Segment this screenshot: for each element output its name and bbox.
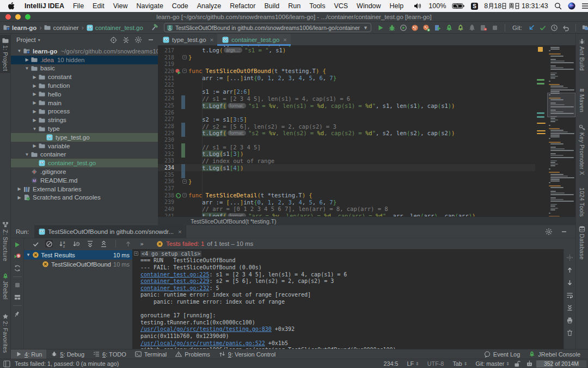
project-tree-item-function[interactable]: ▶function xyxy=(11,81,158,90)
run-fail-icon[interactable] xyxy=(175,68,181,75)
project-tree-item-Scratches-and-Consoles[interactable]: ▶Scratches and Consoles xyxy=(11,194,158,202)
scroll-end-button[interactable] xyxy=(566,304,574,311)
project-tree-item-README-md[interactable]: MREADME.md xyxy=(11,176,158,185)
profiler-alloc-button[interactable] xyxy=(422,24,430,32)
tree-expanded-arrow-icon[interactable]: ▼ xyxy=(25,252,32,257)
fold-marker-icon[interactable]: − xyxy=(182,69,187,73)
project-tree-item-main[interactable]: ▶main xyxy=(11,99,158,107)
code-line-233[interactable]: 233 // index out of range xyxy=(158,158,535,165)
code-line-221[interactable]: 221 arr := [...]int{0, 1, 2, 3, 4, 5, 6,… xyxy=(158,75,535,82)
code-line-237[interactable]: 237 xyxy=(158,185,535,192)
project-tree-item-variable[interactable]: ▶variable xyxy=(11,142,158,150)
tree-collapse-arrow-icon[interactable]: ▶ xyxy=(24,57,30,62)
editor-tab-type_test-go[interactable]: type_test.go× xyxy=(158,34,217,45)
dump-button[interactable] xyxy=(14,293,21,301)
menu-intellij-idea[interactable]: IntelliJ IDEA xyxy=(20,0,69,12)
up-stack-button[interactable] xyxy=(566,266,574,274)
jrebel-off-button[interactable] xyxy=(468,24,476,32)
soft-wrap-button[interactable] xyxy=(566,291,574,299)
console-file-link[interactable]: container_test.go:225 xyxy=(140,272,209,277)
tool-window-toggle-icon[interactable] xyxy=(3,360,10,367)
test-tree-item-TestSliceOutOfBound[interactable]: TestSliceOutOfBound10 ms xyxy=(24,260,132,269)
rerun-button[interactable] xyxy=(14,240,21,248)
test-console-output[interactable]: +<4 go setup calls>=== RUN TestSliceOutO… xyxy=(132,249,564,349)
clear-all-button[interactable] xyxy=(566,329,574,336)
stripe-mark[interactable] xyxy=(537,79,544,81)
project-view-selector[interactable]: Project ▾ xyxy=(16,37,40,43)
fold-marker-icon[interactable]: − xyxy=(182,193,187,197)
project-tree-item-basic[interactable]: ▼basic xyxy=(11,64,158,73)
update-project-button[interactable] xyxy=(528,24,535,32)
hide-button[interactable] xyxy=(147,36,155,44)
stripe-button-jrebel[interactable]: JRebel xyxy=(0,273,10,299)
tool-window-button-5-debug[interactable]: 5: Debug xyxy=(46,349,89,359)
tool-window-button-terminal[interactable]: Terminal xyxy=(131,349,171,359)
window-title-bar[interactable]: learn-go [~/go/src/github.com/snowdreams… xyxy=(0,12,588,22)
code-line-238[interactable]: 238−func TestSliceDetail(t *testing.T) { xyxy=(158,192,535,199)
console-fold-icon[interactable]: + xyxy=(134,251,138,256)
test-tree-item-Test-Results[interactable]: ▼ Test Results10 ms xyxy=(24,250,132,260)
zoom-window-button[interactable] xyxy=(25,14,30,20)
code-line-224[interactable]: 224 // s1 = [2 3 4 5], len(s1) = 4, cap(… xyxy=(158,95,535,102)
line-separator-widget[interactable]: LF⇕ xyxy=(402,360,422,367)
console-file-link[interactable]: /usr/local/go/src/testing/testing.go:830 xyxy=(140,326,272,332)
tool-window-button-jrebel-console[interactable]: JRebel Console xyxy=(524,349,585,359)
build-hammer-icon[interactable] xyxy=(151,23,160,32)
breadcrumb-item-container_test-go[interactable]: container_test.go xyxy=(87,25,143,31)
hide-successful-button[interactable] xyxy=(45,240,53,248)
unlock-icon[interactable] xyxy=(513,360,521,367)
tree-expanded-arrow-icon[interactable]: ▼ xyxy=(16,49,22,53)
stop-off-button[interactable] xyxy=(14,281,21,289)
sort-by-duration-button[interactable] xyxy=(72,240,80,248)
exit-process-button[interactable] xyxy=(480,24,487,32)
menu-help[interactable]: Help xyxy=(385,0,408,12)
code-line-219[interactable]: 219 xyxy=(158,61,535,68)
run-ok-icon[interactable] xyxy=(175,192,181,199)
console-folded-text[interactable]: <4 go setup calls> xyxy=(140,251,201,257)
menu-refactor[interactable]: Refactor xyxy=(225,0,260,12)
pin-button[interactable] xyxy=(14,310,21,318)
project-tree-item-learn-go[interactable]: ▼learn-go~/go/src/github.com/snowdreams1… xyxy=(11,47,158,56)
stripe-button-project[interactable]: 1: Project xyxy=(0,35,10,73)
minimize-window-button[interactable] xyxy=(15,14,21,20)
console-file-link[interactable]: /usr/local/go/src/runtime/panic.go:522 xyxy=(140,340,265,346)
collapse-all-button[interactable] xyxy=(100,240,107,248)
project-tree-item-container[interactable]: ▼container xyxy=(11,150,158,159)
sort-alphabetically-button[interactable]: az xyxy=(59,240,66,248)
expand-all-button[interactable] xyxy=(86,240,94,248)
run-button[interactable] xyxy=(377,24,384,32)
code-line-220[interactable]: 220−func TestSliceOutOfBound(t *testing.… xyxy=(158,68,535,75)
run-configuration-selector[interactable]: TestSliceOutOfBound in github.com/snowdr… xyxy=(164,23,371,32)
collapse-all-button[interactable] xyxy=(122,36,130,44)
close-tab-icon[interactable]: × xyxy=(283,37,286,43)
menu-file[interactable]: File xyxy=(69,0,88,12)
hide-button[interactable] xyxy=(560,228,568,236)
stripe-mark[interactable] xyxy=(537,130,546,131)
code-line-217[interactable]: 217 t.Log(args...:"s1 = ", s1) xyxy=(158,47,535,54)
project-tree-item-process[interactable]: ▶process xyxy=(11,107,158,116)
tool-window-button-event-log[interactable]: Event Log xyxy=(480,349,525,359)
profiler-cpu-button[interactable] xyxy=(411,24,419,32)
menu-code[interactable]: Code xyxy=(168,0,193,12)
error-stripe[interactable] xyxy=(535,46,547,216)
editor[interactable]: 216 s1 := []int{1, 2, 3, 4, 5}217 t.Log(… xyxy=(158,46,575,216)
tree-collapse-arrow-icon[interactable]: ▶ xyxy=(32,83,38,88)
project-tree-item-strings[interactable]: ▶strings xyxy=(11,116,158,124)
stripe-button-database[interactable]: Database xyxy=(576,226,588,260)
fold-marker-icon[interactable]: − xyxy=(182,55,187,59)
code-line-236[interactable]: 236−} xyxy=(158,178,535,185)
project-tree-item-type_test-go[interactable]: type_test.go xyxy=(11,133,158,142)
code-line-229[interactable]: 229 t.Logf(format:"s2 = %v, len(s2) = %d… xyxy=(158,130,535,137)
menu-view[interactable]: View xyxy=(109,0,132,12)
memory-indicator[interactable]: 352 of 2014M xyxy=(536,360,586,367)
attach-profiler-button[interactable] xyxy=(434,24,442,32)
stripe-mark[interactable] xyxy=(537,116,544,118)
code-line-232[interactable]: 232 t.Log(s1[3]) xyxy=(158,150,535,158)
menu-vcs[interactable]: VCS xyxy=(329,0,352,12)
menu-run[interactable]: Run xyxy=(284,0,305,12)
tool-window-button-problems[interactable]: Problems xyxy=(171,349,214,359)
minimap-viewport[interactable] xyxy=(547,93,575,117)
git-branch-widget[interactable]: Git: master⇕ xyxy=(471,360,514,367)
file-encoding-widget[interactable]: UTF-8 xyxy=(423,360,449,367)
stripe-button-1024-tools[interactable]: 1024 Tools xyxy=(576,188,588,217)
